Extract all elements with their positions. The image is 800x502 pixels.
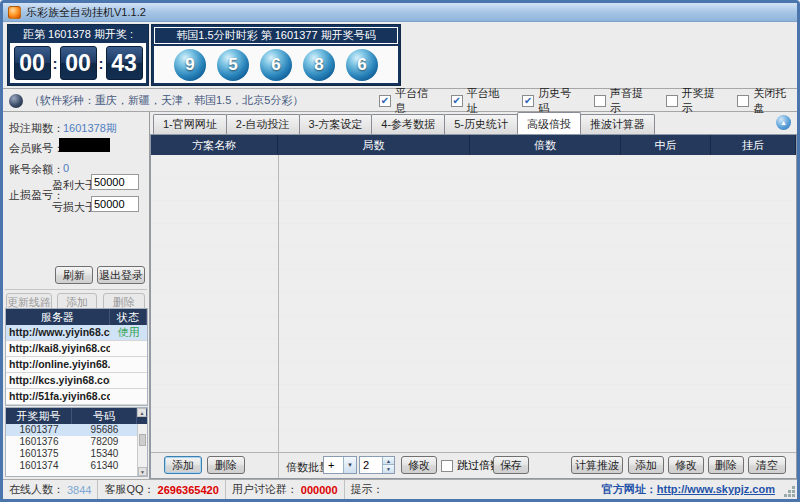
- info-row: （软件彩种：重庆，新疆，天津，韩国1.5，北京5分彩） ✔平台信息 ✔平台地址 …: [3, 90, 797, 112]
- window-title: 乐彩族全自动挂机V1.1.2: [26, 5, 146, 20]
- site-label: 官方网址：: [602, 483, 657, 495]
- clock-hours: 00: [14, 46, 51, 80]
- server-col-header: 服务器: [6, 309, 110, 325]
- profit-label: 盈利大于: [52, 178, 96, 193]
- amount-input[interactable]: [360, 457, 383, 473]
- app-window: 乐彩族全自动挂机V1.1.2 距第 1601378 期开奖 : 00 : 00 …: [0, 0, 800, 502]
- draw-number: 61340: [72, 460, 137, 472]
- server-row[interactable]: http://online.yiyin68.com: [6, 357, 147, 373]
- plan-add-button[interactable]: 添加: [164, 456, 202, 474]
- status-col-header: 状态: [110, 309, 147, 325]
- balance-label: 账号余额：: [9, 162, 64, 177]
- checkbox-mark[interactable]: [441, 460, 453, 472]
- tab-advanced-multiplier[interactable]: 高级倍投: [517, 112, 581, 134]
- history-table-header: 开奖期号 号码 ▲: [6, 408, 147, 424]
- resize-grip[interactable]: [792, 494, 795, 497]
- column-divider: [278, 155, 279, 452]
- app-icon: [8, 6, 21, 19]
- loss-input[interactable]: [91, 196, 139, 212]
- checkbox-mark[interactable]: ✔: [451, 95, 463, 107]
- save-button[interactable]: 保存: [493, 456, 529, 474]
- draw-number: 15340: [72, 448, 137, 460]
- col-plan-name: 方案名称: [151, 135, 278, 155]
- server-url[interactable]: http://kcs.yiyin68.com: [6, 373, 110, 388]
- wave-add-button[interactable]: 添加: [628, 456, 664, 474]
- batch-modify-button[interactable]: 修改: [401, 456, 437, 474]
- collapse-panel-icon[interactable]: ▲: [776, 115, 791, 130]
- wave-clear-button[interactable]: 清空: [748, 456, 786, 474]
- calc-wave-button[interactable]: 计算推波: [571, 456, 623, 474]
- logout-button[interactable]: 退出登录: [97, 266, 145, 284]
- qq-label: 客服QQ：: [104, 482, 154, 497]
- speaker-icon: [9, 94, 23, 108]
- countdown-clock: 00 : 00 : 43: [10, 43, 146, 83]
- tab-reference-data[interactable]: 4-参考数据: [371, 114, 445, 134]
- server-url[interactable]: http://www.yiyin68.com: [6, 325, 110, 340]
- qq-value: 2696365420: [158, 484, 219, 496]
- server-url[interactable]: http://kai8.yiyin68.com: [6, 341, 110, 356]
- loss-label: 亏损大于: [52, 200, 96, 215]
- history-row[interactable]: 160137795686: [6, 424, 137, 436]
- tab-wave-calculator[interactable]: 推波计算器: [580, 114, 655, 134]
- draw-period: 1601376: [6, 436, 72, 448]
- plan-panel: 方案名称 局数 倍数 中后 挂后 添加 删除 倍数批量 + ▼: [150, 134, 797, 479]
- draw-period: 1601374: [6, 460, 72, 472]
- server-url[interactable]: http://online.yiyin68.com: [6, 357, 110, 372]
- history-row[interactable]: 160137678209: [6, 436, 137, 448]
- profit-input[interactable]: [91, 174, 139, 190]
- tab-history-stats[interactable]: 5-历史统计: [444, 114, 518, 134]
- plan-table-header: 方案名称 局数 倍数 中后 挂后: [151, 135, 796, 155]
- scroll-down-icon[interactable]: ▼: [138, 467, 147, 476]
- bet-period-label: 投注期数：: [9, 121, 64, 136]
- tab-plan-setting[interactable]: 3-方案设定: [299, 114, 373, 134]
- clock-seconds: 43: [106, 46, 143, 80]
- spin-up-icon[interactable]: ▲: [383, 457, 394, 465]
- bottom-controls: 添加 删除 倍数批量 + ▼ ▲ ▼ 修改: [151, 452, 796, 478]
- wave-modify-button[interactable]: 修改: [668, 456, 704, 474]
- history-row[interactable]: 160137461340: [6, 460, 137, 472]
- history-row[interactable]: 160137515340: [6, 448, 137, 460]
- amount-spinner[interactable]: ▲ ▼: [359, 456, 395, 474]
- server-status: [110, 373, 147, 388]
- refresh-button[interactable]: 刷新: [55, 266, 93, 284]
- spin-down-icon[interactable]: ▼: [383, 465, 394, 473]
- server-row[interactable]: http://www.yiyin68.com使用: [6, 325, 147, 341]
- server-row[interactable]: http://51fa.yiyin68.com: [6, 389, 147, 405]
- history-scrollbar[interactable]: ▼: [137, 424, 147, 476]
- title-bar[interactable]: 乐彩族全自动挂机V1.1.2: [3, 3, 797, 22]
- draw-period: 1601375: [6, 448, 72, 460]
- col-after-loss: 挂后: [711, 135, 796, 155]
- number-col-header: 号码: [72, 408, 137, 424]
- checkbox-mark[interactable]: ✔: [379, 95, 391, 107]
- dropdown-arrow-icon[interactable]: ▼: [343, 457, 356, 473]
- wave-delete-button[interactable]: 删除: [708, 456, 744, 474]
- account-label: 会员账号：: [9, 141, 64, 156]
- operator-dropdown[interactable]: + ▼: [323, 456, 357, 474]
- checkbox-mark[interactable]: [594, 95, 606, 107]
- tab-auto-bet[interactable]: 2-自动投注: [226, 114, 300, 134]
- draw-number: 95686: [72, 424, 137, 436]
- server-row[interactable]: http://kcs.yiyin68.com: [6, 373, 147, 389]
- col-multiplier: 倍数: [470, 135, 621, 155]
- group-label: 用户讨论群：: [232, 482, 298, 497]
- lottery-ball: 6: [346, 49, 378, 81]
- bet-period-value: 1601378期: [63, 121, 117, 136]
- lottery-ball: 9: [174, 49, 206, 81]
- plan-table-body[interactable]: [151, 155, 796, 452]
- scroll-up-icon[interactable]: ▲: [137, 408, 147, 417]
- scrollbar-thumb[interactable]: [139, 434, 146, 446]
- checkbox-mark[interactable]: [666, 95, 678, 107]
- plan-delete-button[interactable]: 删除: [207, 456, 245, 474]
- period-col-header: 开奖期号: [6, 408, 72, 424]
- checkbox-mark[interactable]: [737, 95, 749, 107]
- server-status: [110, 341, 147, 356]
- site-link[interactable]: http://www.skypjz.com: [657, 483, 775, 495]
- online-count-segment: 在线人数： 3844: [3, 480, 98, 500]
- history-rows: 160137795686 160137678209 160137515340 1…: [6, 424, 137, 476]
- user-group-segment: 用户讨论群： 000000: [226, 480, 345, 500]
- tab-official-site[interactable]: 1-官网网址: [153, 114, 227, 134]
- clock-colon: :: [53, 55, 58, 72]
- checkbox-mark[interactable]: ✔: [522, 95, 534, 107]
- server-row[interactable]: http://kai8.yiyin68.com: [6, 341, 147, 357]
- server-url[interactable]: http://51fa.yiyin68.com: [6, 389, 110, 404]
